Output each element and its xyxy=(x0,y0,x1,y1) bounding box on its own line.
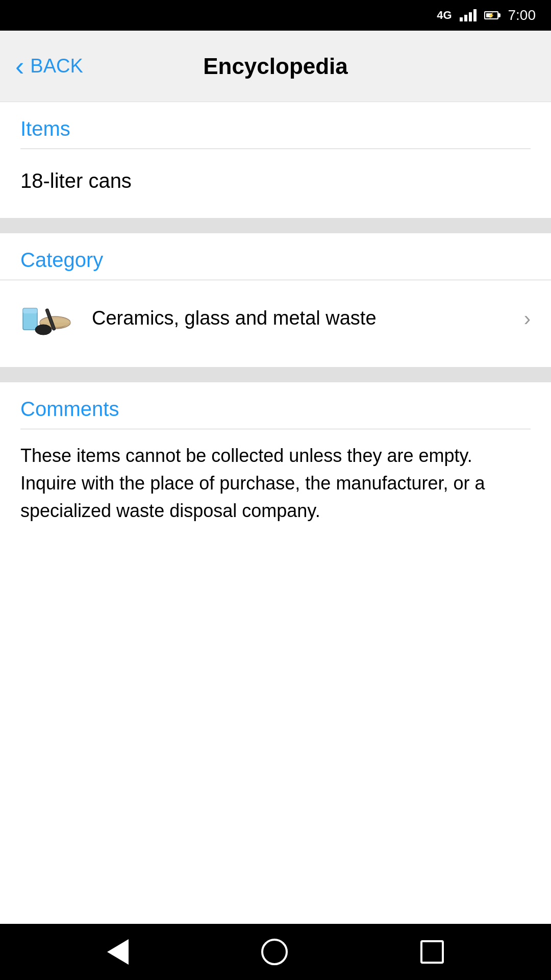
back-button[interactable]: ‹ BACK xyxy=(15,53,128,80)
content-area: Items 18-liter cans Category xyxy=(0,102,551,924)
items-value: 18-liter cans xyxy=(20,159,531,208)
nav-bar xyxy=(0,924,551,980)
chevron-right-icon: › xyxy=(524,307,531,330)
header: ‹ BACK Encyclopedia xyxy=(0,31,551,102)
page-title: Encyclopedia xyxy=(128,54,423,79)
separator-1 xyxy=(0,218,551,233)
category-section-title: Category xyxy=(0,249,551,280)
items-section-title: Items xyxy=(20,117,531,149)
time-label: 7:00 xyxy=(508,7,536,23)
nav-recent-button[interactable] xyxy=(420,940,444,964)
back-label: BACK xyxy=(30,55,83,77)
comments-section-title: Comments xyxy=(20,398,531,429)
nav-back-button[interactable] xyxy=(107,939,129,965)
category-icon xyxy=(20,293,77,344)
svg-point-4 xyxy=(35,325,52,335)
category-label: Ceramics, glass and metal waste xyxy=(92,306,514,331)
items-section: Items 18-liter cans xyxy=(0,102,551,218)
category-row[interactable]: Ceramics, glass and metal waste › xyxy=(0,280,551,357)
nav-home-icon xyxy=(261,939,288,965)
back-chevron-icon: ‹ xyxy=(15,53,24,80)
nav-back-icon xyxy=(107,939,129,965)
signal-4g-label: 4G xyxy=(437,9,452,22)
nav-home-button[interactable] xyxy=(261,939,288,965)
comments-section: Comments These items cannot be collected… xyxy=(0,382,551,540)
signal-icon xyxy=(460,9,477,21)
separator-2 xyxy=(0,367,551,382)
comments-text: These items cannot be collected unless t… xyxy=(20,442,531,525)
battery-icon: ⚡ xyxy=(484,11,500,19)
category-section: Category Ceramics, glass and metal was xyxy=(0,233,551,367)
svg-rect-1 xyxy=(23,308,37,313)
nav-recent-icon xyxy=(420,940,444,964)
status-bar: 4G ⚡ 7:00 xyxy=(0,0,551,31)
